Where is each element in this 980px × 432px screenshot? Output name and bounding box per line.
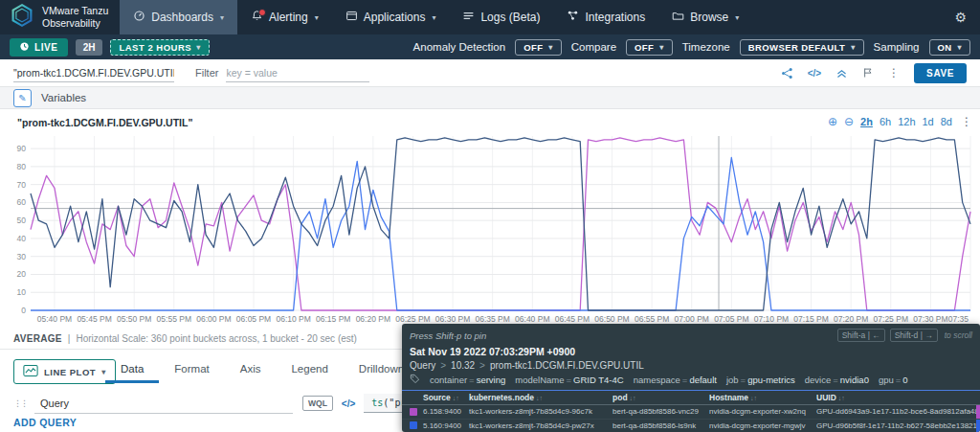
live-label: LIVE xyxy=(34,42,58,53)
tooltip-timestamp: Sat Nov 19 2022 07:03:29PM +0900 xyxy=(410,346,972,357)
anomaly-detection-value: OFF xyxy=(523,42,543,53)
flag-icon[interactable] xyxy=(862,67,874,79)
nav-item-label: Dashboards xyxy=(151,11,213,24)
settings-gear-icon[interactable]: ⚙ xyxy=(941,0,980,34)
drag-handle-icon[interactable]: ⋮⋮ xyxy=(13,398,27,408)
cell-hostname: nvidia-dcgm-exporter-mgwjv xyxy=(709,421,816,430)
cell-source: 6.158:9400 xyxy=(423,407,469,416)
zoom-out-icon[interactable]: ⊖ xyxy=(844,115,854,128)
compare-value: OFF xyxy=(635,42,654,53)
tab-axis[interactable]: Axis xyxy=(225,361,277,383)
zoom-in-icon[interactable]: ⊕ xyxy=(828,115,837,128)
nav-item-dashboards[interactable]: Dashboards▾ xyxy=(120,0,237,34)
column-header-uuid[interactable]: UUID↓↑ xyxy=(816,393,980,402)
x-axis-label: 06:35 PM xyxy=(475,314,509,324)
collapse-all-icon[interactable] xyxy=(835,67,848,80)
source-code-icon[interactable]: </> xyxy=(808,68,821,79)
cell-source: 5.160:9400 xyxy=(423,421,469,430)
column-header-source[interactable]: Source↓↑ xyxy=(423,393,469,402)
wql-badge[interactable]: WQL xyxy=(302,396,333,411)
save-button[interactable]: SAVE xyxy=(914,63,967,83)
tab-legend[interactable]: Legend xyxy=(276,361,343,383)
nav-item-logs-beta-[interactable]: Logs (Beta) xyxy=(449,0,553,34)
tooltip-tag: container=serving xyxy=(430,375,505,385)
chevron-down-icon: ▾ xyxy=(735,13,739,22)
dashboard-title-input[interactable] xyxy=(13,64,174,82)
window-2h-button[interactable]: 2H xyxy=(76,39,103,56)
range-link-12h[interactable]: 12h xyxy=(898,116,915,127)
range-link-6h[interactable]: 6h xyxy=(880,116,891,127)
time-range-label: LAST 2 HOURS xyxy=(119,42,191,53)
tab-format[interactable]: Format xyxy=(159,361,224,383)
browse-icon xyxy=(672,10,684,25)
tag-value: GRID T4-4C xyxy=(573,375,624,385)
cell-uuid: GPU-dd6943a9-1e17-11b2-bce6-8ad9812afa48 xyxy=(816,407,980,416)
table-row[interactable]: 6.158:9400tkc1-workers-z8mjt-7b85d4c9-96… xyxy=(402,405,980,420)
chart-controls: ⊕ ⊖ 2h6h12h1d8d ⋮ xyxy=(828,115,972,128)
x-axis-label: 07:30 PM xyxy=(913,314,947,324)
tag-equals: = xyxy=(680,375,690,385)
chevron-down-icon: ▾ xyxy=(315,13,319,22)
nav-item-browse[interactable]: Browse▾ xyxy=(658,0,752,34)
sampling-dropdown[interactable]: ON▾ xyxy=(929,39,970,56)
filter-input[interactable] xyxy=(226,64,369,82)
tooltip-series-table: Source↓↑kubernetes.node↓↑pod↓↑Hostname↓↑… xyxy=(402,390,980,432)
series-line-7.165:9400 xyxy=(31,138,970,310)
plot-type-button[interactable]: LINE PLOT ▾ xyxy=(13,359,116,384)
query-code-icon[interactable]: </> xyxy=(342,398,355,409)
chart-kebab-icon[interactable]: ⋮ xyxy=(961,115,972,128)
compare-dropdown[interactable]: OFF▾ xyxy=(626,39,673,56)
y-axis-label: 40 xyxy=(17,234,27,243)
x-axis-label: 05:50 PM xyxy=(117,314,151,324)
tab-data[interactable]: Data xyxy=(105,361,159,383)
kebab-menu-icon[interactable]: ⋮ xyxy=(888,66,900,80)
query-name-field[interactable]: Query xyxy=(34,394,293,414)
chart-range-links: 2h6h12h1d8d xyxy=(860,116,952,127)
series-line-6.158:9400 xyxy=(31,138,970,310)
range-link-2h[interactable]: 2h xyxy=(860,116,873,127)
x-axis-label: 07:00 PM xyxy=(675,314,709,324)
share-icon[interactable] xyxy=(781,67,793,80)
tooltip-tag: modelName=GRID T4-4C xyxy=(515,375,623,385)
x-axis-label: 07:25 PM xyxy=(874,314,908,324)
horizontal-scale-note: Horizontal Scale: 360 point buckets acro… xyxy=(76,333,356,344)
chart-canvas[interactable]: 05:40 PM05:45 PM05:50 PM05:55 PM06:00 PM… xyxy=(0,111,980,328)
column-header-hostname[interactable]: Hostname↓↑ xyxy=(709,393,816,402)
timezone-dropdown[interactable]: BROWSER DEFAULT▾ xyxy=(740,39,864,56)
nav-item-integrations[interactable]: Integrations xyxy=(553,0,658,34)
sort-icon: ↓↑ xyxy=(630,395,636,401)
series-color-cell xyxy=(410,408,423,416)
sort-icon: ↓↑ xyxy=(536,395,543,401)
tag-list: container=servingmodelName=GRID T4-4Cnam… xyxy=(430,375,908,385)
breadcrumb-item: 10.32 xyxy=(451,360,475,371)
tooltip-header: Press Shift-p to pin Shift-a | ←Shift-d … xyxy=(402,329,980,342)
tag-key: modelName xyxy=(515,375,564,385)
column-header-pod[interactable]: pod↓↑ xyxy=(612,393,709,402)
tag-value: 0 xyxy=(902,375,907,385)
time-range-button[interactable]: LAST 2 HOURS ▾ xyxy=(110,39,209,56)
add-query-button[interactable]: ADD QUERY xyxy=(13,417,77,428)
edit-variables-pencil-icon[interactable]: ✎ xyxy=(13,89,32,107)
x-axis-label: 06:25 PM xyxy=(395,314,430,324)
tag-equals: = xyxy=(565,375,574,385)
nav-item-applications[interactable]: Applications▾ xyxy=(332,0,450,34)
anomaly-detection-dropdown[interactable]: OFF▾ xyxy=(515,39,562,56)
tag-value: default xyxy=(689,375,717,385)
live-button[interactable]: LIVE xyxy=(10,38,68,57)
query-function: ts xyxy=(371,398,383,408)
x-axis-label: 06:20 PM xyxy=(356,314,390,324)
chevron-down-icon: ▾ xyxy=(851,43,855,52)
x-axis-label: 06:30 PM xyxy=(435,314,470,324)
brand[interactable]: VMware Tanzu Observability xyxy=(0,0,120,34)
series-color-cell xyxy=(410,421,423,429)
table-row[interactable]: 5.160:9400tkc1-workers-z8mjt-7b85d4c9-pw… xyxy=(402,420,980,432)
column-header-kubernetes-node[interactable]: kubernetes.node↓↑ xyxy=(469,393,612,402)
y-axis-label: 70 xyxy=(17,180,27,190)
cell-kubernetes-node: tkc1-workers-z8mjt-7b85d4c9-pw27x xyxy=(469,421,612,430)
nav-item-alerting[interactable]: Alerting▾ xyxy=(237,0,332,34)
range-link-8d[interactable]: 8d xyxy=(941,116,952,127)
y-axis-label: 90 xyxy=(17,144,27,153)
x-axis-label: 06:05 PM xyxy=(236,314,271,324)
aggregation-mode[interactable]: AVERAGE xyxy=(13,333,62,344)
range-link-1d[interactable]: 1d xyxy=(923,116,934,127)
